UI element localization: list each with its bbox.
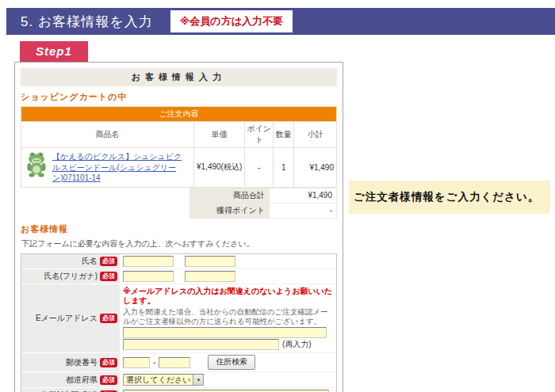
form-row-kana: 氏名(フリガナ) 必須: [21, 269, 336, 284]
first-name-input[interactable]: [185, 256, 235, 267]
cart-section-title: ショッピングカートの中: [21, 91, 337, 103]
last-name-input[interactable]: [123, 256, 174, 267]
col-quantity: 数量: [274, 122, 294, 148]
table-row: 【かえるのピクルス】シュシュピクルスビーンドール(シュシュグリーン)071101…: [21, 148, 337, 188]
form-intro: 下記フォームに必要な内容を入力の上、次へおすすみください。: [21, 238, 337, 249]
zip-label: 郵便番号: [66, 357, 98, 368]
page-title: 5. お客様情報を入力: [21, 13, 153, 31]
required-badge: 必須: [100, 375, 117, 385]
product-link[interactable]: 【かえるのピクルス】シュシュピクルスビーンドール(シュシュグリーン)071101…: [52, 151, 189, 184]
form-row-zip: 郵便番号 必須 - 住所検索: [21, 353, 336, 372]
order-table: ご注文内容 商品名 単価 ポイント 数量 小計: [21, 106, 337, 188]
required-badge: 必須: [100, 272, 117, 281]
email-confirm-input[interactable]: [123, 339, 279, 350]
col-point: ポイント: [245, 122, 274, 148]
first-name-kana-input[interactable]: [185, 271, 235, 282]
col-product-name: 商品名: [21, 122, 194, 148]
required-badge: 必須: [100, 314, 117, 323]
email-warning: ※メールアドレスの入力はお間違えのないようお願いいたします。: [123, 287, 333, 306]
zip-input-1[interactable]: [123, 357, 150, 368]
email-label: Eメールアドレス: [36, 313, 98, 324]
panel-title: お客様情報入力: [21, 68, 337, 86]
product-subtotal: ¥1,490: [294, 148, 337, 188]
order-table-title: ご注文内容: [21, 107, 337, 122]
page-header: 5. お客様情報を入力 ※会員の方は入力不要: [6, 8, 555, 35]
order-table-header-row: 商品名 単価 ポイント 数量 小計: [21, 122, 337, 148]
earned-points-label: 獲得ポイント: [190, 203, 270, 218]
customer-info-panel: お客様情報入力 ショッピングカートの中 ご注文内容 商品名 単価 ポイント 数量…: [14, 62, 343, 392]
prefecture-select[interactable]: 選択してください ▼: [123, 374, 204, 386]
zip-input-2[interactable]: [159, 357, 190, 368]
form-row-address1: 住所1(市区町村) 必須: [21, 388, 336, 392]
last-name-kana-input[interactable]: [123, 271, 174, 282]
product-image-frog: [25, 151, 48, 179]
product-quantity: 1: [274, 148, 294, 188]
col-subtotal: 小計: [294, 122, 337, 148]
form-row-name: 氏名 必須: [21, 254, 336, 269]
form-row-email: Eメールアドレス 必須 ※メールアドレスの入力はお間違えのないようお願いいたしま…: [21, 284, 336, 354]
chevron-down-icon: ▼: [193, 375, 203, 385]
order-summary: 商品合計 ¥1,490 獲得ポイント -: [189, 188, 337, 219]
email-input[interactable]: [123, 327, 327, 338]
name-label: 氏名: [82, 256, 98, 267]
required-badge: 必須: [100, 358, 117, 367]
prefecture-selected-value: 選択してください: [124, 375, 193, 386]
earned-points-value: -: [270, 203, 337, 218]
product-point: -: [245, 148, 274, 188]
kana-label: 氏名(フリガナ): [44, 271, 98, 282]
col-unit-price: 単価: [194, 122, 245, 148]
orderer-info-note: ご注文者様情報をご入力ください。: [349, 181, 550, 214]
total-value: ¥1,490: [270, 188, 337, 203]
product-unit-price: ¥1,490(税込): [194, 148, 245, 188]
address-search-button[interactable]: 住所検索: [208, 355, 255, 370]
required-badge: 必須: [100, 257, 117, 266]
member-skip-note: ※会員の方は入力不要: [170, 10, 293, 32]
prefecture-label: 都道府県: [66, 375, 98, 386]
customer-form: 氏名 必須 氏名(フリガナ) 必須 Eメールアドレス 必: [21, 253, 337, 392]
form-row-prefecture: 都道府県 必須 選択してください ▼: [21, 372, 336, 388]
customer-section-title: お客様情報: [21, 223, 337, 235]
zip-separator: -: [153, 358, 155, 367]
step-badge: Step1: [20, 41, 88, 62]
total-label: 商品合計: [190, 188, 270, 203]
email-note: 入力を間違えた場合、当社からの自動配信のご注文確認メールがご注文者様以外の方に送…: [123, 307, 333, 327]
email-reenter-label: (再入力): [282, 339, 312, 350]
